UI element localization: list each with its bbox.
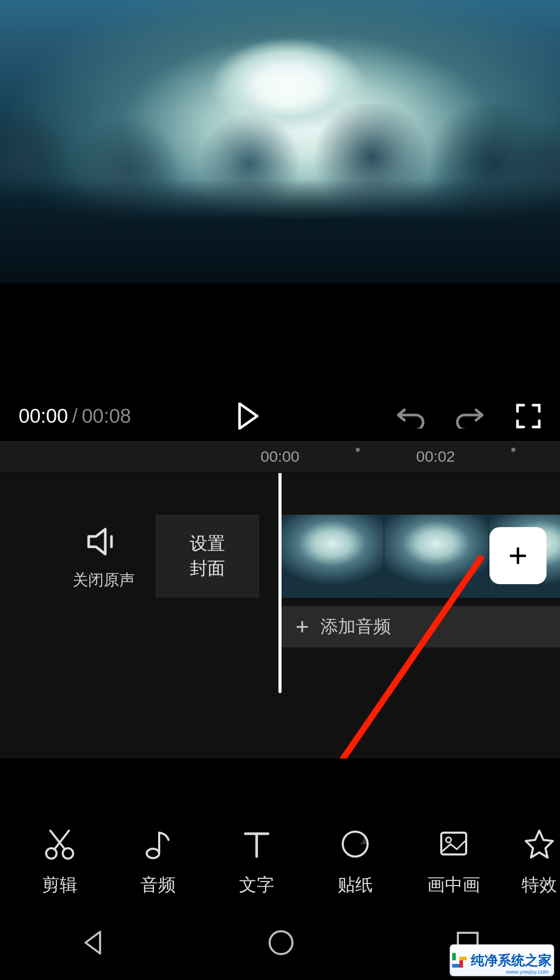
- tool-text[interactable]: 文字: [207, 827, 306, 897]
- tool-label: 文字: [239, 873, 274, 897]
- set-cover-button[interactable]: 设置 封面: [156, 515, 259, 598]
- preview-shadow: [0, 179, 560, 283]
- ruler-tick-1: 00:02: [416, 448, 455, 465]
- tool-label: 音频: [141, 873, 176, 897]
- watermark: 纯净系统之家 www.yowjsy.com: [450, 945, 554, 976]
- svg-point-12: [270, 931, 292, 954]
- watermark-url: www.yowjsy.com: [506, 969, 549, 975]
- tool-audio[interactable]: 音频: [109, 827, 207, 897]
- watermark-logo-icon: [452, 953, 467, 968]
- playhead[interactable]: [278, 473, 282, 693]
- nav-home-icon[interactable]: [267, 928, 296, 959]
- bottom-toolbar: 剪辑 音频 文字 贴纸: [0, 827, 560, 897]
- plus-icon: +: [296, 614, 309, 640]
- music-note-icon: [142, 827, 175, 863]
- clip-thumbnail[interactable]: [280, 515, 384, 598]
- preview-letterbox: [0, 283, 560, 391]
- scissors-icon: [43, 827, 76, 863]
- mute-label: 关闭原声: [67, 570, 140, 591]
- tool-effect[interactable]: 特效: [503, 827, 560, 897]
- tool-sticker[interactable]: 贴纸: [306, 827, 404, 897]
- tool-cut[interactable]: 剪辑: [10, 827, 109, 897]
- time-total: 00:08: [82, 405, 131, 427]
- video-preview[interactable]: [0, 0, 560, 283]
- svg-point-11: [446, 837, 451, 843]
- redo-icon[interactable]: [455, 404, 485, 429]
- fullscreen-icon[interactable]: [515, 403, 541, 429]
- sticker-icon: [339, 827, 372, 863]
- tool-label: 贴纸: [338, 873, 373, 897]
- timeline[interactable]: 关闭原声 设置 封面 + + 添加音频: [0, 473, 560, 758]
- svg-point-6: [147, 849, 159, 858]
- add-clip-button[interactable]: +: [489, 527, 547, 584]
- playback-controls: 00:00 / 00:08: [0, 391, 560, 441]
- watermark-brand: 纯净系统之家: [471, 951, 552, 970]
- clip-thumbnail[interactable]: [384, 515, 488, 598]
- add-audio-label: 添加音频: [320, 615, 391, 639]
- add-audio-button[interactable]: + 添加音频: [280, 606, 560, 647]
- timeline-ruler[interactable]: 00:00 00:02: [0, 441, 560, 473]
- undo-icon[interactable]: [395, 404, 425, 429]
- ruler-dot: [511, 448, 515, 452]
- text-icon: [240, 827, 273, 863]
- nav-back-icon[interactable]: [79, 929, 107, 959]
- mute-original-audio-button[interactable]: 关闭原声: [67, 525, 140, 591]
- ruler-dot: [356, 448, 360, 452]
- tool-label: 画中画: [427, 873, 480, 897]
- star-icon: [523, 827, 556, 863]
- speaker-icon: [86, 551, 122, 560]
- picture-in-picture-icon: [437, 827, 470, 863]
- tool-label: 特效: [522, 873, 557, 897]
- time-separator: /: [72, 405, 78, 427]
- time-current: 00:00: [19, 405, 68, 427]
- play-icon[interactable]: [236, 403, 259, 430]
- ruler-tick-0: 00:00: [260, 448, 299, 465]
- tool-pip[interactable]: 画中画: [404, 827, 503, 897]
- tool-label: 剪辑: [42, 873, 77, 897]
